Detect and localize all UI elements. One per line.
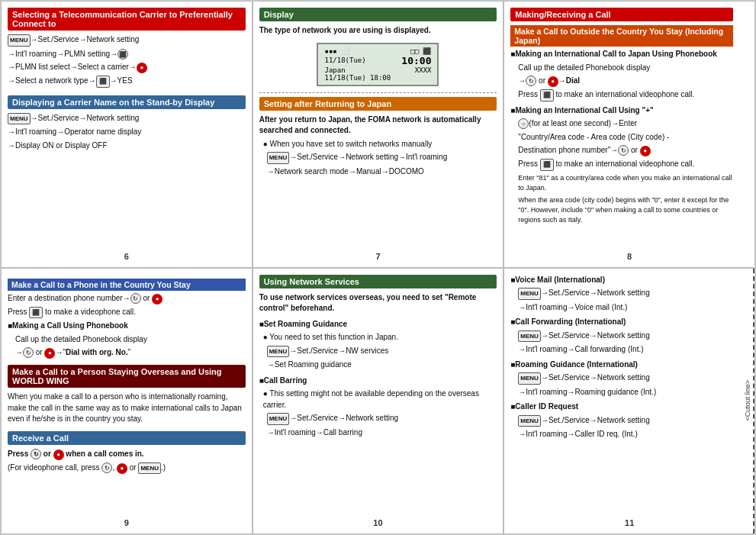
cell9-content1: Enter a destination phone number→↻ or ● …: [8, 293, 246, 359]
cell11-content: ■Voice Mail (International) MENU→Set./Se…: [510, 275, 732, 440]
cell8-header-main: Making/Receiving a Call: [510, 8, 733, 21]
cell9-number: 9: [124, 518, 129, 527]
cell8-subheader: Make a Call to Outside the Country You S…: [510, 25, 733, 47]
cell-8: Making/Receiving a Call Make a Call to O…: [503, 1, 755, 268]
cell7-display-intro: The type of network you are using is dis…: [259, 25, 497, 37]
cell-11: ■Voice Mail (International) MENU→Set./Se…: [503, 268, 755, 535]
cell7-number: 7: [375, 252, 380, 261]
cell9-header3: Receive a Call: [8, 431, 246, 445]
cell6-content1: MENU→Set./Service→Network setting →Int'l…: [8, 34, 246, 88]
cell9-content2: When you make a call to a person who is …: [8, 392, 246, 425]
cell6-content2: MENU→Set./Service→Network setting →Int'l…: [8, 113, 246, 152]
cell11-number: 11: [625, 518, 634, 527]
cell9-header1: Make a Call to a Phone in the Country Yo…: [8, 279, 246, 291]
cell7-content2: After you return to Japan, the FOMA netw…: [259, 114, 497, 178]
cell9-header2: Make a Call to a Person Staying Overseas…: [8, 365, 246, 388]
cell8-number: 8: [627, 252, 632, 261]
cell7-header2: Setting after Returning to Japan: [259, 97, 497, 111]
cell9-content3: Press ↻ or ● when a call comes in. (For …: [8, 449, 246, 475]
page-container: Selecting a Telecommunication Carrier to…: [0, 0, 756, 535]
cell-6: Selecting a Telecommunication Carrier to…: [1, 1, 253, 268]
cell10-header: Using Network Services: [259, 275, 497, 288]
cell6-header1: Selecting a Telecommunication Carrier to…: [8, 8, 246, 31]
cell10-number: 10: [373, 518, 382, 527]
cell7-header1: Display: [259, 8, 497, 21]
cutout-label: <Cutout line>: [744, 380, 751, 421]
cell8-content: ■Making an International Call to Japan U…: [510, 49, 733, 225]
cell-9: Make a Call to a Phone in the Country Yo…: [1, 268, 253, 535]
cutout-line: <Cutout line>: [741, 269, 754, 534]
cell10-intro: To use network services overseas, you ne…: [259, 292, 497, 314]
cell6-header2: Displaying a Carrier Name on the Stand-b…: [8, 95, 246, 109]
cell-7: Display The type of network you are usin…: [253, 1, 504, 268]
cell6-number: 6: [124, 252, 129, 261]
cell7-phone-mock: ▪▪▪ ⬜ □□ ⬛ 11/18(Tue) 10:00 Japan XXXX 1…: [317, 43, 439, 86]
cell-10: Using Network Services To use network se…: [253, 268, 504, 535]
